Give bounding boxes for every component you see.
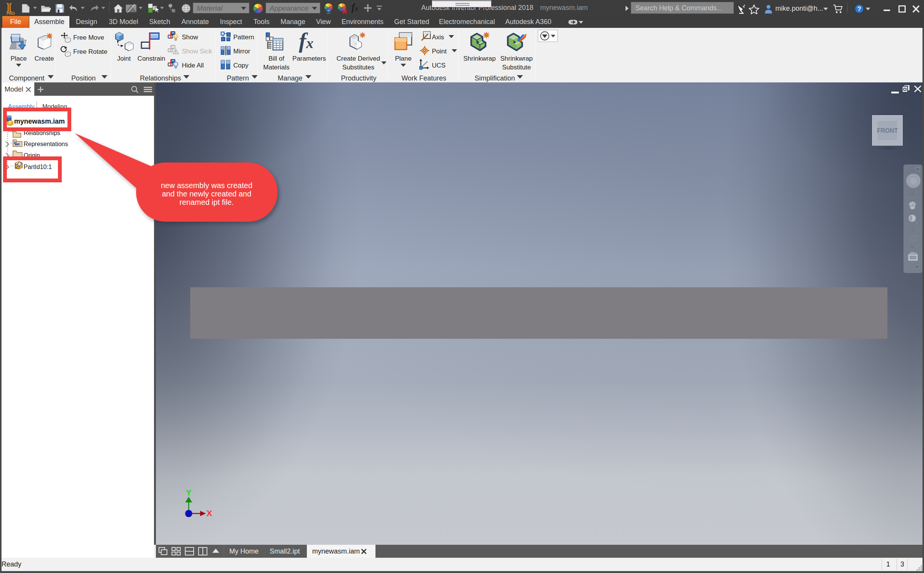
svg-text:Y: Y — [186, 488, 192, 497]
svg-text:renamed ipt file.: renamed ipt file. — [180, 198, 234, 206]
svg-text:PRO: PRO — [6, 11, 15, 15]
svg-text:new assembly was created: new assembly was created — [161, 181, 252, 190]
svg-text:Z: Z — [186, 509, 191, 518]
svg-text:X: X — [207, 509, 212, 518]
svg-text:and the newly created and: and the newly created and — [162, 190, 252, 198]
svg-text:?: ? — [857, 5, 861, 13]
